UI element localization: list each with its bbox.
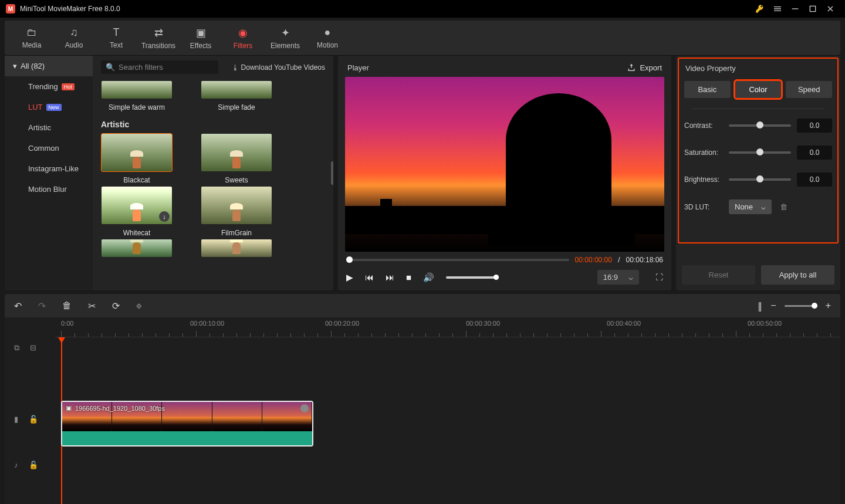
tab-transitions[interactable]: ⇄Transitions [137, 21, 180, 55]
player-title: Player [347, 63, 369, 72]
reset-button[interactable]: Reset [682, 265, 755, 285]
filter-simple-fade[interactable]: Simple fade [198, 81, 275, 111]
clip-audio-track [62, 431, 312, 445]
filter-more-1[interactable] [99, 239, 175, 257]
category-motion-blur[interactable]: Motion Blur [5, 179, 93, 199]
zoom-out-button[interactable]: − [770, 300, 776, 311]
tab-elements[interactable]: ✦Elements [264, 21, 306, 55]
tick: 00:00:40:00 [607, 320, 641, 327]
prev-button[interactable]: ⏮ [365, 272, 374, 282]
stop-button[interactable]: ■ [406, 272, 411, 282]
filter-sweets[interactable]: Sweets [198, 134, 275, 184]
window-maximize[interactable] [804, 0, 822, 18]
trash-icon[interactable]: 🗑 [780, 202, 787, 211]
volume-icon[interactable]: 🔊 [423, 272, 434, 283]
clip-icon: ▣ [66, 404, 72, 412]
category-artistic[interactable]: Artistic [5, 117, 93, 138]
filter-simple-fade-warm[interactable]: Simple fade warm [99, 81, 175, 111]
time-current: 00:00:00:00 [575, 256, 612, 264]
filters-grid: 🔍 Search filters ⭳ Download YouTube Vide… [93, 56, 333, 290]
snap-button[interactable]: ‖ [758, 300, 762, 312]
category-common[interactable]: Common [5, 138, 93, 158]
search-input[interactable]: 🔍 Search filters [101, 60, 218, 74]
category-trending[interactable]: TrendingHot [5, 76, 93, 97]
brightness-slider[interactable] [729, 178, 791, 181]
delete-button[interactable]: 🗑 [62, 300, 72, 311]
category-all-label: All (82) [21, 62, 45, 70]
tab-media[interactable]: 🗀Media [11, 21, 53, 55]
redo-button[interactable]: ↷ [38, 300, 46, 312]
prop-tab-basic[interactable]: Basic [684, 81, 731, 98]
collapse-icon[interactable]: ⊟ [30, 343, 36, 352]
zoom-in-button[interactable]: + [826, 300, 831, 311]
time-total: 00:00:18:06 [626, 256, 663, 264]
download-youtube-link[interactable]: ⭳ Download YouTube Videos [224, 63, 325, 72]
speed-button[interactable]: ⟳ [112, 300, 120, 312]
apply-all-button[interactable]: Apply to all [761, 265, 834, 285]
category-lut[interactable]: LUTNew [5, 97, 93, 117]
saturation-value[interactable]: 0.0 [797, 146, 832, 160]
next-button[interactable]: ⏭ [386, 272, 394, 282]
filters-panel: ▾All (82) TrendingHot LUTNew Artistic Co… [5, 56, 333, 290]
aspect-select[interactable]: 16:9⌵ [597, 270, 639, 285]
hamburger-icon[interactable] [769, 0, 786, 18]
clip-close-icon[interactable] [300, 404, 309, 412]
titlebar: M MiniTool MovieMaker Free 8.0.0 [0, 0, 845, 18]
tick: 00:00:10:00 [190, 320, 224, 327]
section-artistic-title: Artistic [101, 120, 327, 129]
key-icon[interactable] [751, 0, 769, 18]
text-icon: T [113, 26, 120, 39]
hot-badge: Hot [62, 83, 75, 90]
contrast-label: Contrast: [684, 121, 729, 130]
seek-bar[interactable] [346, 259, 569, 261]
scrollbar[interactable] [331, 161, 333, 185]
tick: 00:00:50:00 [748, 320, 782, 327]
saturation-slider[interactable] [729, 151, 791, 154]
lock-icon[interactable]: 🔓 [29, 415, 38, 424]
tab-motion[interactable]: ●Motion [306, 21, 349, 55]
lock-icon[interactable]: 🔓 [29, 461, 38, 469]
music-icon: ♫ [70, 26, 78, 39]
player-panel: Player Export 00:00:00:00 / 00:00:18:06 … [338, 56, 671, 290]
zoom-slider[interactable] [785, 305, 817, 307]
tab-filters[interactable]: ◉Filters [222, 21, 264, 55]
tracks-area[interactable]: ▣1966695-hd_1920_1080_30fps [55, 337, 840, 504]
tab-text[interactable]: TText [95, 21, 137, 55]
time-ruler[interactable]: 0:00 00:00:10:00 00:00:20:00 00:00:30:00… [55, 317, 840, 337]
search-icon: 🔍 [106, 63, 115, 72]
app-icon: M [6, 4, 15, 13]
tab-audio[interactable]: ♫Audio [53, 21, 95, 55]
cut-button[interactable]: ✂ [88, 300, 96, 312]
filter-blackcat[interactable]: Blackcat [99, 134, 175, 184]
brightness-value[interactable]: 0.0 [797, 172, 832, 187]
video-preview[interactable] [345, 77, 664, 252]
brightness-label: Brightness: [684, 175, 729, 184]
filter-whitecat[interactable]: ↓Whitecat [99, 187, 175, 237]
prop-tab-speed[interactable]: Speed [786, 81, 832, 98]
add-track-icon[interactable]: ⧉ [14, 343, 19, 353]
undo-button[interactable]: ↶ [14, 300, 22, 312]
window-close[interactable] [822, 0, 839, 18]
category-instagram[interactable]: Instagram-Like [5, 158, 93, 179]
video-clip[interactable]: ▣1966695-hd_1920_1080_30fps [61, 401, 313, 447]
crop-button[interactable]: ⟐ [136, 300, 142, 311]
contrast-value[interactable]: 0.0 [797, 119, 832, 133]
play-button[interactable]: ▶ [346, 272, 353, 283]
window-minimize[interactable] [786, 0, 804, 18]
video-property-panel: Video Property Basic Color Speed Contras… [676, 56, 840, 290]
timeline-toolbar: ↶ ↷ 🗑 ✂ ⟳ ⟐ ‖ − + [5, 294, 840, 317]
volume-slider[interactable] [446, 276, 499, 279]
filter-filmgrain[interactable]: FilmGrain [198, 187, 275, 237]
lut-select[interactable]: None⌵ [729, 199, 772, 214]
fullscreen-button[interactable]: ⛶ [655, 273, 663, 282]
filter-more-2[interactable] [198, 239, 275, 257]
clip-name: 1966695-hd_1920_1080_30fps [75, 405, 165, 412]
export-button[interactable]: Export [627, 63, 662, 72]
chevron-down-icon: ⌵ [761, 202, 766, 211]
category-all[interactable]: ▾All (82) [5, 56, 93, 76]
prop-tab-color[interactable]: Color [735, 81, 782, 98]
elements-icon: ✦ [281, 26, 290, 39]
contrast-slider[interactable] [729, 124, 791, 127]
tab-effects[interactable]: ▣Effects [180, 21, 222, 55]
new-badge: New [46, 104, 62, 111]
